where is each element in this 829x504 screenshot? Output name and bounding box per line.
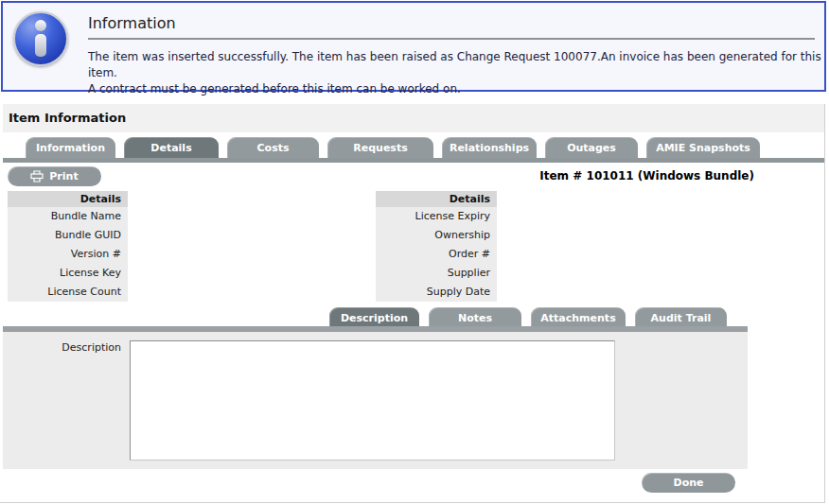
info-icon: [13, 11, 68, 66]
info-icon-stem: [35, 34, 46, 57]
section-right-border: [824, 104, 825, 502]
main-tab-bar: Information Details Costs Requests Relat…: [26, 137, 760, 158]
field-label-license-key: License Key: [8, 264, 128, 283]
tab-description[interactable]: Description: [329, 307, 419, 328]
tab-amie-snapshots[interactable]: AMIE Snapshots: [646, 137, 760, 158]
field-label-license-count: License Count: [8, 283, 128, 302]
tab-notes[interactable]: Notes: [429, 307, 521, 328]
tab-information[interactable]: Information: [26, 137, 115, 158]
tab-costs[interactable]: Costs: [227, 137, 319, 158]
sub-tab-bar: Description Notes Attachments Audit Trai…: [329, 307, 727, 328]
tab-audit-trail[interactable]: Audit Trail: [635, 307, 727, 328]
info-message-line: A contract must be generated before this…: [88, 81, 824, 97]
info-icon-dot: [35, 20, 46, 31]
info-message: The item was inserted successfully. The …: [88, 49, 824, 97]
description-label: Description: [0, 341, 121, 354]
info-title: Information: [88, 14, 176, 32]
tab-relationships[interactable]: Relationships: [442, 137, 537, 158]
field-label-version: Version #: [8, 245, 128, 264]
item-title: Item # 101011 (Windows Bundle): [492, 169, 754, 182]
tab-attachments[interactable]: Attachments: [531, 307, 626, 328]
details-table-left: Details Bundle Name Bundle GUID Version …: [8, 191, 128, 302]
info-message-panel: Information The item was inserted succes…: [1, 1, 826, 92]
field-label-bundle-guid: Bundle GUID: [8, 226, 128, 245]
section-bottom-border: [0, 502, 825, 503]
section-heading: Item Information: [3, 104, 824, 132]
info-message-line: The item was inserted successfully. The …: [88, 49, 824, 81]
description-textarea[interactable]: [130, 340, 615, 461]
main-tab-underline: [3, 158, 824, 163]
field-label-bundle-name: Bundle Name: [8, 207, 128, 226]
details-left-header: Details: [8, 191, 128, 207]
tab-outages[interactable]: Outages: [545, 137, 638, 158]
field-label-supply-date: Supply Date: [376, 283, 497, 302]
field-label-ownership: Ownership: [376, 226, 497, 245]
done-button-label: Done: [674, 477, 704, 489]
field-label-license-expiry: License Expiry: [376, 207, 497, 226]
print-button[interactable]: Print: [8, 166, 101, 186]
field-label-order: Order #: [376, 245, 497, 264]
info-title-divider: [88, 38, 815, 40]
tab-requests[interactable]: Requests: [327, 137, 433, 158]
printer-icon: [30, 170, 44, 182]
field-label-supplier: Supplier: [376, 264, 497, 283]
details-right-header: Details: [376, 191, 497, 207]
tab-details[interactable]: Details: [124, 137, 219, 158]
done-button[interactable]: Done: [642, 473, 735, 493]
print-button-label: Print: [49, 170, 78, 182]
details-table-right: Details License Expiry Ownership Order #…: [376, 191, 497, 302]
